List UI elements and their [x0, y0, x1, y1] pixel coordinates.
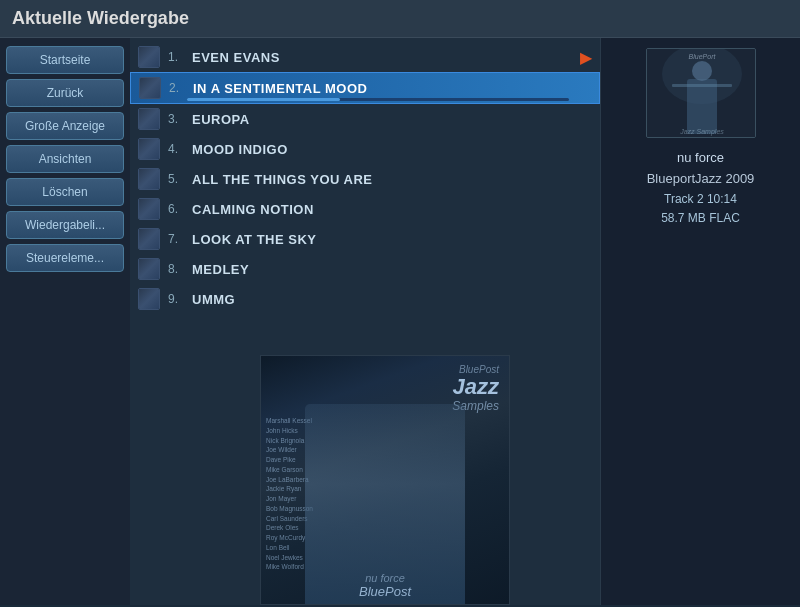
- track-item-2[interactable]: 2.IN A SENTIMENTAL MOOD: [130, 72, 600, 104]
- sidebar-btn-ansichten[interactable]: Ansichten: [6, 145, 124, 173]
- main-layout: StartseiteZurückGroße AnzeigeAnsichtenLö…: [0, 38, 800, 605]
- track-name-8: MEDLEY: [192, 262, 249, 277]
- sidebar-btn-steuerelemente[interactable]: Steuereleme...: [6, 244, 124, 272]
- track-info: nu force BlueportJazz 2009 Track 2 10:14…: [647, 148, 755, 228]
- header: Aktuelle Wiedergabe: [0, 0, 800, 38]
- track-number-1: 1.: [168, 50, 188, 64]
- sidebar-btn-startseite[interactable]: Startseite: [6, 46, 124, 74]
- track-thumb-4: [138, 138, 160, 160]
- track-progress-bar: [187, 98, 569, 101]
- track-item-8[interactable]: 8.MEDLEY: [130, 254, 600, 284]
- album-name: BlueportJazz 2009: [647, 169, 755, 190]
- track-item-1[interactable]: 1.EVEN EVANS▶: [130, 42, 600, 72]
- track-number-4: 4.: [168, 142, 188, 156]
- track-detail: Track 2 10:14: [647, 190, 755, 209]
- track-thumb-6: [138, 198, 160, 220]
- album-large-footer: nu force BluePost: [261, 572, 509, 599]
- track-item-5[interactable]: 5.ALL THE THINGS YOU ARE: [130, 164, 600, 194]
- sidebar-btn-grosse-anzeige[interactable]: Große Anzeige: [6, 112, 124, 140]
- track-item-6[interactable]: 6.CALMING NOTION: [130, 194, 600, 224]
- album-brand: nu force: [261, 572, 509, 584]
- file-detail: 58.7 MB FLAC: [647, 209, 755, 228]
- sidebar-btn-zurueck[interactable]: Zurück: [6, 79, 124, 107]
- track-progress-fill: [187, 98, 340, 101]
- play-icon: ▶: [580, 48, 592, 67]
- svg-text:BluePort: BluePort: [688, 53, 716, 60]
- right-panel: BluePort Jazz Samples nu force BlueportJ…: [600, 38, 800, 605]
- track-number-8: 8.: [168, 262, 188, 276]
- track-name-2: IN A SENTIMENTAL MOOD: [193, 81, 367, 96]
- album-label: BluePost: [261, 584, 509, 599]
- track-name-7: LOOK AT THE SKY: [192, 232, 317, 247]
- sidebar-btn-wiedergabeliste[interactable]: Wiedergabeli...: [6, 211, 124, 239]
- track-number-5: 5.: [168, 172, 188, 186]
- track-name-1: EVEN EVANS: [192, 50, 280, 65]
- track-thumb-5: [138, 168, 160, 190]
- track-name-6: CALMING NOTION: [192, 202, 314, 217]
- svg-point-3: [692, 61, 712, 81]
- track-item-4[interactable]: 4.MOOD INDIGO: [130, 134, 600, 164]
- track-number-6: 6.: [168, 202, 188, 216]
- album-large-title: Jazz: [452, 375, 499, 399]
- sidebar: StartseiteZurückGroße AnzeigeAnsichtenLö…: [0, 38, 130, 605]
- track-name-3: EUROPA: [192, 112, 250, 127]
- sidebar-btn-loeschen[interactable]: Löschen: [6, 178, 124, 206]
- svg-rect-2: [687, 79, 717, 134]
- page-title: Aktuelle Wiedergabe: [12, 8, 189, 28]
- svg-rect-4: [672, 84, 732, 87]
- svg-text:Jazz Samples: Jazz Samples: [679, 128, 724, 136]
- artist-name: nu force: [647, 148, 755, 169]
- track-item-9[interactable]: 9.UMMG: [130, 284, 600, 314]
- track-thumb-9: [138, 288, 160, 310]
- content-area: 1.EVEN EVANS▶2.IN A SENTIMENTAL MOOD3.EU…: [130, 38, 600, 605]
- track-thumb-8: [138, 258, 160, 280]
- track-thumb-7: [138, 228, 160, 250]
- album-thumbnail: BluePort Jazz Samples: [646, 48, 756, 138]
- track-name-5: ALL THE THINGS YOU ARE: [192, 172, 373, 187]
- track-item-7[interactable]: 7.LOOK AT THE SKY: [130, 224, 600, 254]
- track-number-3: 3.: [168, 112, 188, 126]
- track-thumb-3: [138, 108, 160, 130]
- track-number-2: 2.: [169, 81, 189, 95]
- track-number-9: 9.: [168, 292, 188, 306]
- track-number-7: 7.: [168, 232, 188, 246]
- track-item-3[interactable]: 3.EUROPA: [130, 104, 600, 134]
- album-art-large: BluePost Jazz Samples Marshall Kessel Jo…: [260, 355, 510, 605]
- track-thumb-1: [138, 46, 160, 68]
- track-name-4: MOOD INDIGO: [192, 142, 288, 157]
- track-thumb-2: [139, 77, 161, 99]
- track-name-9: UMMG: [192, 292, 235, 307]
